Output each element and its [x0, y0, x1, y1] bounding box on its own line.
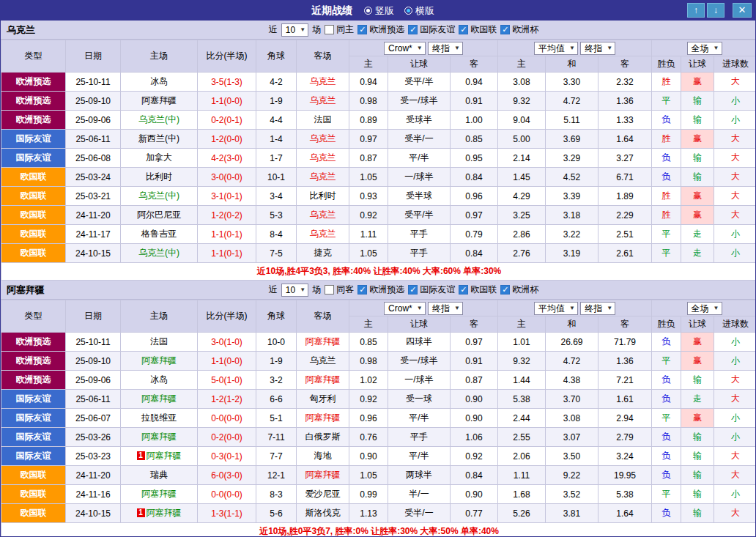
same-venue-filter[interactable]: 同主	[325, 23, 354, 36]
match-date: 25-06-07	[66, 409, 121, 428]
col-score: 比分(半场)	[198, 300, 256, 333]
europe-odds: 6.71	[598, 168, 652, 187]
europe-odds: 9.32	[498, 352, 546, 371]
league-filter-nations[interactable]: 欧国联	[459, 23, 497, 36]
away-team: 乌克兰	[297, 352, 349, 371]
corner-score: 1-4	[256, 130, 297, 149]
match-date: 25-09-10	[66, 92, 121, 111]
europe-odds: 3.25	[498, 206, 546, 225]
result-wdl: 平	[652, 352, 681, 371]
chevron-down-icon: ▼	[714, 303, 719, 314]
result-handicap: 输	[681, 111, 714, 130]
close-button[interactable]: ✕	[733, 3, 752, 18]
col-away: 客场	[297, 40, 349, 73]
home-team-name: 阿塞拜疆	[147, 508, 182, 518]
handicap-line: 受一/球半	[388, 352, 451, 371]
europe-time-value: 终指	[585, 303, 602, 314]
fulltime-select[interactable]: 全场▼	[687, 302, 722, 315]
result-handicap: 赢	[681, 206, 714, 225]
view-vertical-option[interactable]: 竖版	[364, 4, 394, 18]
near-label: 近	[269, 23, 278, 36]
handicap-line: 平手	[388, 225, 451, 244]
handicap-odds: 0.93	[349, 187, 388, 206]
result-wdl: 平	[652, 244, 681, 263]
dropdown-header-row: 类型 日期 主场 比分(半场) 角球 客场 Crow*▼ 终指▼ 平均值▼ 终指…	[1, 40, 756, 56]
match-row: 欧洲预选25-09-10阿塞拜疆1-1(0-0)1-9乌克兰0.98受一/球半0…	[1, 352, 756, 371]
europe-odds: 1.36	[598, 92, 652, 111]
away-team: 法国	[297, 111, 349, 130]
handicap-line: 受平/半	[388, 73, 451, 92]
handicap-odds: 1.02	[349, 371, 388, 390]
scroll-down-button[interactable]: ↓	[707, 3, 724, 18]
matches-table: 类型 日期 主场 比分(半场) 角球 客场 Crow*▼ 终指▼ 平均值▼ 终指…	[1, 40, 756, 281]
league-filter-eurocup[interactable]: 欧洲杯	[500, 23, 538, 36]
europe-odds: 3.52	[546, 485, 598, 504]
match-row: 国际友谊25-06-11阿塞拜疆1-2(1-2)6-6匈牙利0.92受一球0.9…	[1, 390, 756, 409]
match-date: 25-03-24	[66, 168, 121, 187]
league-type-cell: 欧洲预选	[1, 333, 66, 352]
result-goals: 大	[714, 371, 756, 390]
europe-time-select[interactable]: 终指▼	[580, 302, 615, 315]
league-filter-nations[interactable]: 欧国联	[459, 284, 497, 296]
league-filter-friendly[interactable]: 国际友谊	[408, 23, 455, 36]
europe-odds: 3.08	[498, 73, 546, 92]
home-team: 比利时	[121, 168, 198, 187]
home-team-name: 乌克兰(中)	[138, 190, 179, 201]
league-filter-euro-qual[interactable]: 欧洲预选	[357, 23, 404, 36]
europe-odds: 1.45	[498, 168, 546, 187]
corner-score: 8-4	[256, 225, 297, 244]
away-team: 阿塞拜疆	[297, 371, 349, 390]
league-filter-friendly[interactable]: 国际友谊	[408, 284, 455, 296]
home-team: 阿塞拜疆	[121, 352, 198, 371]
away-team: 爱沙尼亚	[297, 485, 349, 504]
handicap-odds: 0.96	[349, 409, 388, 428]
match-row: 欧国联24-11-20瑞典6-0(3-0)12-1阿塞拜疆1.05两球半0.84…	[1, 466, 756, 485]
away-team-name: 法国	[314, 114, 332, 125]
home-team: 拉脱维亚	[121, 409, 198, 428]
away-team-name: 乌克兰	[310, 95, 336, 105]
near-label: 近	[269, 284, 278, 296]
handicap-time-select[interactable]: 终指▼	[428, 302, 463, 315]
view-horizontal-option[interactable]: 横版	[404, 4, 434, 18]
col-eu-draw: 和	[546, 56, 598, 73]
europe-odds: 1.01	[498, 333, 546, 352]
match-count-select[interactable]: 10▼	[281, 284, 308, 297]
result-wdl: 负	[652, 333, 681, 352]
league-filter-euro-qual[interactable]: 欧洲预选	[357, 284, 404, 296]
handicap-odds: 1.05	[349, 168, 388, 187]
match-date: 25-06-08	[66, 149, 121, 168]
result-handicap: 输	[681, 485, 714, 504]
result-goals: 大	[714, 73, 756, 92]
result-goals: 小	[714, 92, 756, 111]
handicap-odds: 1.05	[349, 466, 388, 485]
result-goals: 大	[714, 504, 756, 523]
home-team-name: 阿塞拜疆	[141, 355, 177, 366]
handicap-time-select[interactable]: 终指▼	[428, 42, 463, 55]
bookmaker-select[interactable]: Crow*▼	[384, 42, 426, 55]
result-goals: 小	[714, 485, 756, 504]
home-team: 阿塞拜疆	[121, 390, 198, 409]
result-goals: 小	[714, 428, 756, 447]
home-team-name: 阿塞拜疆	[141, 95, 177, 105]
handicap-odds: 0.92	[451, 447, 498, 466]
same-venue-filter[interactable]: 同客	[325, 284, 354, 296]
corner-score: 4-2	[256, 73, 297, 92]
average-select[interactable]: 平均值▼	[534, 302, 578, 315]
handicap-time-value: 终指	[432, 303, 450, 314]
league-filter-eurocup[interactable]: 欧洲杯	[500, 284, 538, 296]
europe-odds: 3.08	[546, 409, 598, 428]
europe-time-select[interactable]: 终指▼	[580, 42, 615, 55]
average-select[interactable]: 平均值▼	[534, 42, 578, 55]
match-count-select[interactable]: 10▼	[281, 23, 308, 37]
match-date: 25-03-23	[66, 447, 121, 466]
match-count-value: 10	[286, 285, 295, 295]
scroll-up-button[interactable]: ↑	[687, 3, 705, 18]
corner-score: 5-6	[256, 504, 297, 523]
handicap-line: 平手	[388, 428, 451, 447]
bookmaker-select[interactable]: Crow*▼	[384, 302, 426, 315]
result-goals: 大	[714, 168, 756, 187]
fulltime-select[interactable]: 全场▼	[687, 42, 722, 55]
result-goals: 大	[714, 130, 756, 149]
europe-odds: 3.27	[598, 149, 652, 168]
result-wdl: 负	[652, 168, 681, 187]
